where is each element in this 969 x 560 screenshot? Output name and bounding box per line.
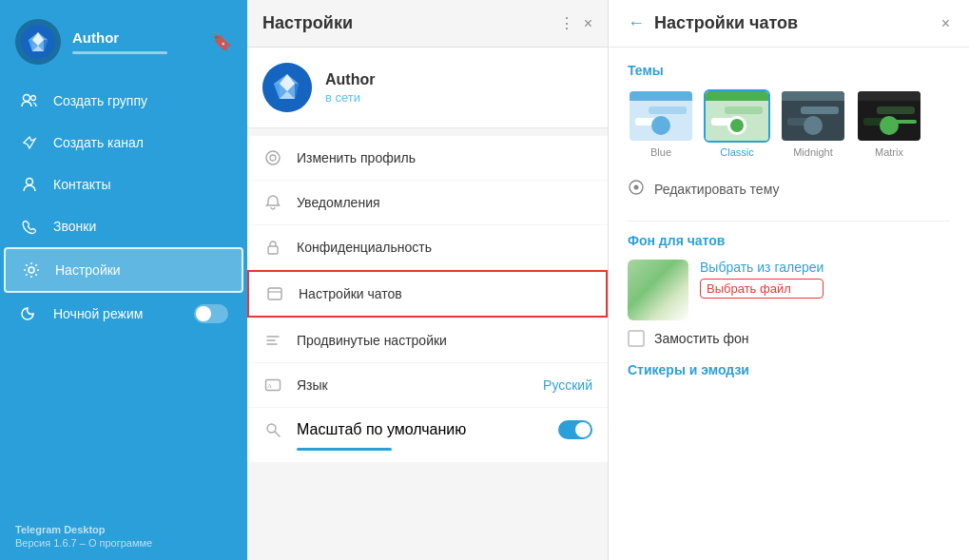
menu-item-edit-profile-label: Изменить профиль	[297, 150, 592, 165]
sidebar-item-create-channel[interactable]: Создать канал	[4, 122, 243, 164]
privacy-icon	[262, 237, 283, 258]
sidebar-item-settings[interactable]: Настройки	[4, 247, 243, 293]
settings-title: Настройки	[262, 13, 353, 33]
bg-actions: Выбрать из галереи Выбрать файл	[700, 260, 824, 299]
background-section-title: Фон для чатов	[628, 233, 950, 248]
sidebar-footer: Telegram Desktop Версия 1.6.7 – О програ…	[0, 512, 247, 560]
chat-settings-title: Настройки чатов	[654, 13, 932, 33]
menu-item-language-label: Язык	[297, 377, 530, 393]
theme-blue[interactable]: Blue	[628, 89, 694, 158]
sidebar-header: Author 🔖	[0, 0, 247, 76]
svg-rect-19	[268, 288, 281, 299]
edit-theme-label: Редактировать тему	[654, 182, 779, 197]
section-divider	[628, 221, 950, 222]
theme-matrix-preview	[856, 89, 922, 143]
chat-settings-header: ← Настройки чатов ×	[609, 0, 969, 48]
back-button[interactable]: ←	[628, 13, 645, 33]
fill-checkbox-label: Замостить фон	[654, 331, 749, 346]
contacts-icon	[19, 174, 40, 195]
notifications-icon	[262, 192, 283, 213]
settings-menu: Изменить профиль Уведомления Конфиденциа…	[247, 128, 608, 560]
background-section: Фон для чатов Выбрать из галереи Выбрать…	[628, 233, 950, 347]
chat-settings-body: Темы Blue	[609, 48, 969, 560]
menu-item-chat-settings-label: Настройки чатов	[299, 286, 591, 301]
theme-blue-preview	[628, 89, 694, 143]
sidebar-item-settings-label: Настройки	[55, 262, 226, 278]
scale-toggle[interactable]	[558, 420, 592, 439]
themes-grid: Blue Classic	[628, 89, 950, 158]
sidebar-username: Author	[72, 29, 200, 46]
menu-item-language-value: Русский	[543, 377, 592, 393]
sidebar-item-contacts[interactable]: Контакты	[4, 164, 243, 205]
svg-point-7	[31, 96, 36, 101]
fill-checkbox[interactable]	[628, 330, 645, 347]
theme-matrix[interactable]: Matrix	[856, 89, 922, 158]
chat-settings-icon	[264, 283, 285, 304]
profile-status: в сети	[325, 90, 375, 105]
avatar[interactable]	[15, 19, 61, 65]
create-group-icon	[19, 90, 40, 111]
night-mode-icon	[19, 303, 40, 324]
menu-item-advanced[interactable]: Продвинутые настройки	[247, 319, 608, 362]
sidebar-item-calls[interactable]: Звонки	[4, 205, 243, 247]
edit-profile-icon	[262, 147, 283, 168]
settings-more-icon[interactable]: ⋮	[559, 14, 574, 32]
svg-point-17	[270, 155, 276, 161]
sidebar-item-create-group[interactable]: Создать группу	[4, 80, 243, 122]
theme-midnight-label: Midnight	[793, 146, 833, 158]
theme-matrix-label: Matrix	[875, 146, 903, 158]
sidebar-item-contacts-label: Контакты	[53, 177, 228, 192]
advanced-icon	[262, 330, 283, 351]
sidebar-item-night-mode-label: Ночной режим	[53, 306, 181, 321]
create-channel-icon	[19, 132, 40, 153]
app-version: Версия 1.6.7 – О программе	[15, 537, 232, 549]
chat-settings-close-button[interactable]: ×	[941, 15, 950, 32]
settings-profile[interactable]: Author в сети	[247, 48, 608, 128]
menu-item-chat-settings[interactable]: Настройки чатов	[247, 270, 608, 318]
themes-section-title: Темы	[628, 63, 950, 78]
gallery-link[interactable]: Выбрать из галереи	[700, 260, 824, 275]
theme-blue-label: Blue	[650, 146, 671, 158]
settings-close-icon[interactable]: ×	[584, 15, 592, 32]
night-mode-toggle-switch[interactable]	[194, 304, 228, 323]
file-link[interactable]: Выбрать файл	[700, 279, 824, 299]
profile-info: Author в сети	[325, 71, 375, 105]
menu-item-scale[interactable]: Масштаб по умолчанию	[247, 408, 608, 462]
bg-options: Выбрать из галереи Выбрать файл	[628, 260, 950, 320]
sidebar-item-calls-label: Звонки	[53, 219, 228, 234]
svg-point-16	[266, 151, 280, 164]
bookmark-icon[interactable]: 🔖	[211, 31, 232, 52]
svg-point-26	[634, 185, 639, 190]
settings-header: Настройки ⋮ ×	[247, 0, 608, 48]
sidebar-nav: Создать группу Создать канал Контакты Зв…	[0, 76, 247, 512]
sidebar-item-create-channel-label: Создать канал	[53, 135, 228, 150]
profile-name: Author	[325, 71, 375, 88]
app-name: Telegram Desktop	[15, 524, 232, 535]
svg-line-24	[275, 432, 280, 436]
theme-midnight-preview	[780, 89, 846, 143]
theme-classic[interactable]: Classic	[704, 89, 770, 158]
edit-theme-row[interactable]: Редактировать тему	[628, 173, 950, 205]
svg-text:A: A	[267, 382, 272, 390]
settings-icon	[21, 260, 42, 280]
scale-bar	[297, 448, 392, 451]
menu-item-notifications-label: Уведомления	[297, 195, 592, 210]
sidebar-item-night-mode[interactable]: Ночной режим	[4, 293, 243, 335]
menu-item-notifications[interactable]: Уведомления	[247, 181, 608, 224]
fill-checkbox-row[interactable]: Замостить фон	[628, 330, 950, 347]
sidebar-item-create-group-label: Создать группу	[53, 93, 228, 108]
svg-point-6	[24, 95, 30, 102]
menu-item-language[interactable]: A Язык Русский	[247, 363, 608, 407]
theme-midnight[interactable]: Midnight	[780, 89, 846, 158]
menu-item-privacy-label: Конфиденциальность	[297, 240, 592, 255]
scale-icon	[262, 419, 283, 440]
sidebar-user-info: Author	[72, 29, 200, 54]
stickers-section-title: Стикеры и эмодзи	[628, 362, 950, 377]
edit-theme-icon	[628, 179, 645, 200]
sidebar-status-bar	[72, 51, 167, 54]
settings-panel: Настройки ⋮ × Author в сети	[247, 0, 609, 560]
menu-item-privacy[interactable]: Конфиденциальность	[247, 225, 608, 269]
menu-item-edit-profile[interactable]: Изменить профиль	[247, 136, 608, 180]
menu-item-scale-label: Масштаб по умолчанию	[297, 421, 545, 438]
settings-header-icons: ⋮ ×	[559, 14, 592, 32]
